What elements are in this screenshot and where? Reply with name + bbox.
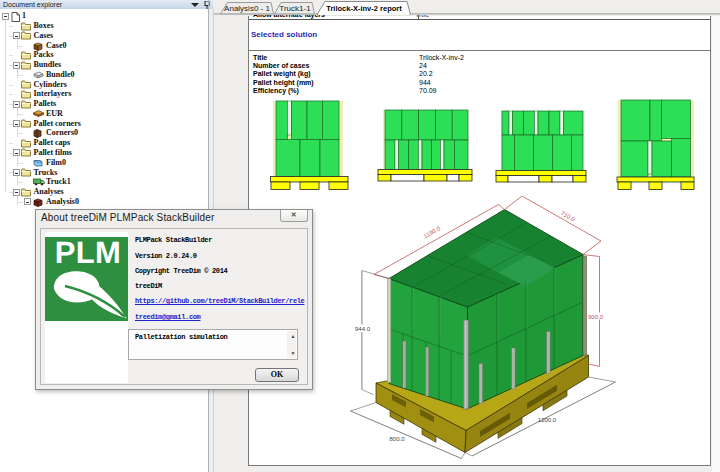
svg-text:900.0: 900.0 xyxy=(588,314,604,320)
svg-text:1190.0: 1190.0 xyxy=(423,225,442,239)
svg-text:710.0: 710.0 xyxy=(560,210,577,223)
svg-text:944.0: 944.0 xyxy=(355,326,371,332)
svg-text:PLM: PLM xyxy=(55,237,122,270)
svg-text:800.0: 800.0 xyxy=(389,436,405,442)
svg-text:1200.0: 1200.0 xyxy=(538,417,557,423)
